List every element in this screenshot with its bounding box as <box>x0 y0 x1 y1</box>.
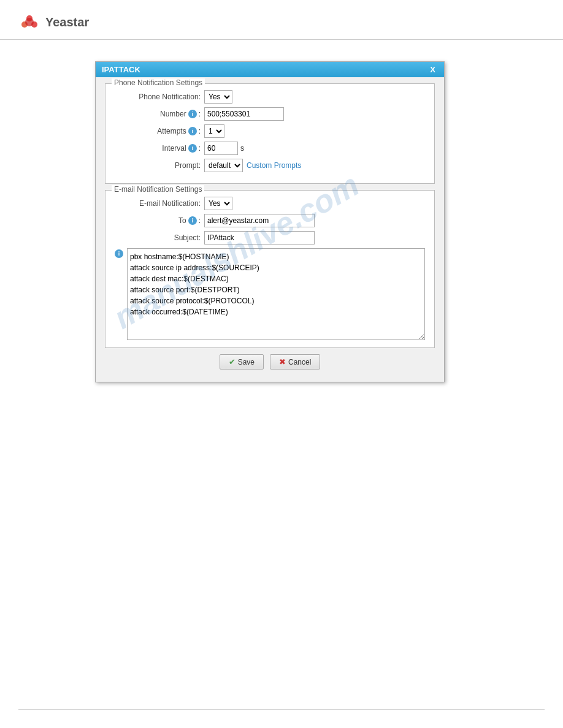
to-info-icon: i <box>188 216 197 225</box>
phone-notification-section: Phone Notification Settings Phone Notifi… <box>105 83 435 184</box>
save-button[interactable]: ✔ Save <box>220 354 264 370</box>
phone-number-input[interactable] <box>204 107 284 121</box>
email-to-row: To i: <box>115 214 425 227</box>
attempts-info-icon: i <box>188 127 197 135</box>
interval-label: Interval i: <box>115 144 201 153</box>
prompt-label: Prompt: <box>115 161 201 170</box>
email-notification-select[interactable]: Yes No <box>204 197 232 210</box>
body-info-icon: i <box>115 249 123 258</box>
interval-input[interactable] <box>204 142 238 155</box>
cancel-button[interactable]: ✖ Cancel <box>270 354 320 370</box>
attempts-label: Attempts i: <box>115 127 201 135</box>
prompt-row: Prompt: default Custom Prompts <box>115 159 425 172</box>
save-icon: ✔ <box>229 357 236 366</box>
dialog-titlebar: IPATTACK X <box>96 62 444 77</box>
email-section-legend: E-mail Notification Settings <box>112 185 204 194</box>
interval-unit: s <box>240 144 244 153</box>
phone-number-label: Number i: <box>115 110 201 118</box>
save-label: Save <box>238 358 255 366</box>
prompt-select[interactable]: default <box>204 159 243 172</box>
email-to-label: To i: <box>115 216 201 225</box>
yeastar-logo-icon <box>18 11 40 33</box>
email-body-textarea[interactable]: pbx hostname:$(HOSTNAME) attack source i… <box>127 248 425 340</box>
logo-area: Yeastar <box>0 0 563 40</box>
phone-section-legend: Phone Notification Settings <box>112 78 205 87</box>
email-body-row: i pbx hostname:$(HOSTNAME) attack source… <box>115 248 425 340</box>
dialog-body: Phone Notification Settings Phone Notifi… <box>96 77 444 382</box>
phone-notification-select[interactable]: Yes No <box>204 90 232 104</box>
email-subject-label: Subject: <box>115 233 201 242</box>
attempts-select[interactable]: 1 2 3 4 5 <box>204 124 224 138</box>
button-row: ✔ Save ✖ Cancel <box>105 354 435 373</box>
page-wrapper: Yeastar manualshlive.com IPATTACK X Phon… <box>0 0 563 728</box>
dialog: IPATTACK X Phone Notification Settings P… <box>95 61 445 382</box>
dialog-close-button[interactable]: X <box>427 65 438 74</box>
number-info-icon: i <box>188 110 197 118</box>
email-subject-input[interactable] <box>204 231 315 245</box>
interval-row: Interval i: s <box>115 142 425 155</box>
logo-text: Yeastar <box>45 15 89 29</box>
phone-number-row: Number i: <box>115 107 425 121</box>
attempts-row: Attempts i: 1 2 3 4 5 <box>115 124 425 138</box>
phone-notification-label: Phone Notification: <box>115 93 201 101</box>
interval-info-icon: i <box>188 144 197 153</box>
email-to-input[interactable] <box>204 214 315 227</box>
email-notification-row: E-mail Notification: Yes No <box>115 197 425 210</box>
phone-notification-row: Phone Notification: Yes No <box>115 90 425 104</box>
footer-line <box>18 709 545 710</box>
cancel-label: Cancel <box>288 358 311 366</box>
email-subject-row: Subject: <box>115 231 425 245</box>
email-notification-label: E-mail Notification: <box>115 199 201 208</box>
dialog-title: IPATTACK <box>102 65 140 74</box>
svg-point-3 <box>25 18 34 26</box>
custom-prompts-link[interactable]: Custom Prompts <box>247 161 301 170</box>
email-notification-section: E-mail Notification Settings E-mail Noti… <box>105 190 435 348</box>
prompt-controls: default Custom Prompts <box>204 159 301 172</box>
cancel-icon: ✖ <box>279 357 286 366</box>
